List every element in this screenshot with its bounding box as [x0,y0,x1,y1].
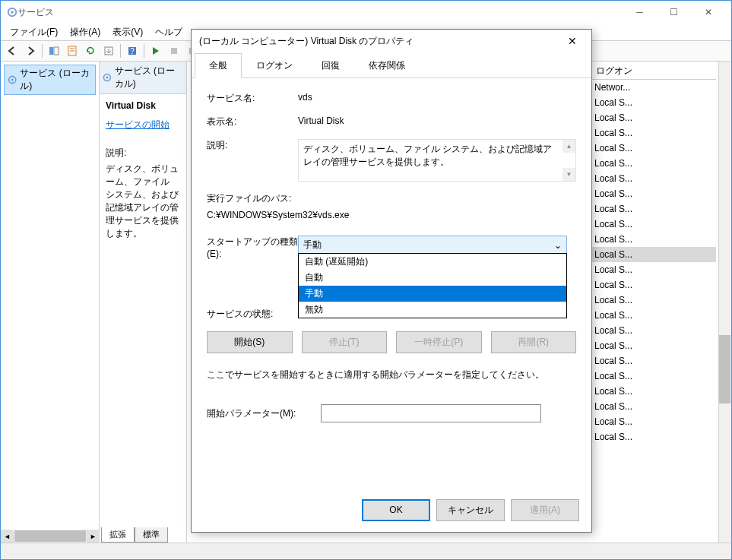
list-item[interactable]: Local S... [590,141,716,156]
scrollbar-thumb[interactable] [719,335,730,403]
list-item[interactable]: Local S... [590,247,716,262]
list-item[interactable]: Local S... [590,156,716,171]
tab-logon[interactable]: ログオン [242,53,307,78]
list-item[interactable]: Local S... [590,414,716,429]
services-icon [103,72,112,83]
statusbar [1,543,731,559]
list-item[interactable]: Local S... [590,277,716,293]
selected-service-name: Virtual Disk [106,100,180,111]
list-item[interactable]: Local S... [590,171,716,186]
list-item[interactable]: Local S... [590,293,716,308]
label-service-status: サービスの状態: [207,308,298,321]
list-item[interactable]: Networ... [590,80,716,95]
description-scrollbar[interactable]: ▲ ▼ [562,140,575,181]
label-startup-type: スタートアップの種類(E): [207,236,298,259]
titlebar: サービス ─ ☐ ✕ [1,1,731,24]
properties-dialog: (ローカル コンピューター) Virtual Disk のプロパティ ✕ 全般 … [191,29,592,533]
description-box: ディスク、ボリューム、ファイル システム、および記憶域アレイの管理サービスを提供… [298,139,576,182]
scroll-up-icon[interactable]: ▲ [562,140,575,153]
value-description: ディスク、ボリューム、ファイル システム、および記憶域アレイの管理サービスを提供… [303,143,571,169]
list-item[interactable]: Local S... [590,399,716,414]
tab-standard[interactable]: 標準 [135,527,168,543]
value-exe-path: C:¥WINDOWS¥System32¥vds.exe [207,210,576,220]
pause-button: 一時停止(P) [396,331,482,353]
label-exe-path: 実行ファイルのパス: [207,192,576,205]
detail-pane: サービス (ローカル) Virtual Disk サービスの開始 説明: ディス… [100,62,187,543]
services-icon [8,74,17,85]
list-item[interactable]: Local S... [590,232,716,247]
tab-general[interactable]: 全般 [195,53,242,78]
list-item[interactable]: Local S... [590,186,716,201]
properties-button[interactable] [64,43,81,59]
start-param-input[interactable] [321,404,541,422]
dropdown-option[interactable]: 無効 [299,302,566,318]
menu-view[interactable]: 表示(V) [106,24,149,40]
cancel-button[interactable]: キャンセル [436,499,505,521]
description-text: ディスク、ボリューム、ファイル システム、および記憶域アレイの管理サービスを提供… [106,163,180,240]
list-item[interactable]: Local S... [590,125,716,141]
dialog-title: (ローカル コンピューター) Virtual Disk のプロパティ [199,35,561,48]
column-header-logon[interactable]: ログオン [590,62,716,80]
detail-header: サービス (ローカル) [100,62,186,94]
menu-action[interactable]: 操作(A) [64,24,106,40]
label-start-param: 開始パラメーター(M): [207,407,321,420]
h-scrollbar-thumb[interactable] [14,530,86,542]
tab-dependencies[interactable]: 依存関係 [354,53,420,78]
scroll-right-button[interactable]: ► [87,530,100,543]
startup-type-select[interactable]: 手動 ⌄ [298,236,567,255]
list-item[interactable]: Local S... [590,369,716,384]
list-item[interactable]: Local S... [590,323,716,338]
service-list[interactable]: Networ...Local S...Local S...Local S...L… [590,80,716,543]
menu-help[interactable]: ヘルプ [149,24,189,40]
export-button[interactable] [100,43,117,59]
forward-button[interactable] [22,43,39,59]
svg-point-16 [106,77,108,79]
list-item[interactable]: Local S... [590,201,716,217]
list-item[interactable]: Local S... [590,217,716,232]
tab-extended[interactable]: 拡張 [101,527,135,543]
detail-header-label: サービス (ローカル) [115,65,183,90]
minimize-button[interactable]: ─ [623,2,657,23]
list-item[interactable]: Local S... [590,429,716,445]
svg-rect-10 [171,48,177,54]
refresh-button[interactable] [82,43,99,59]
ok-button[interactable]: OK [362,499,430,521]
value-display-name: Virtual Disk [298,115,576,126]
scroll-left-button[interactable]: ◄ [1,530,14,543]
start-service-link[interactable]: サービスの開始 [106,119,180,131]
vertical-scrollbar[interactable] [718,62,731,543]
dropdown-option[interactable]: 自動 (遅延開始) [299,254,566,270]
show-hide-tree-button[interactable] [46,43,62,59]
list-item[interactable]: Local S... [590,262,716,277]
list-item[interactable]: Local S... [590,338,716,353]
list-item[interactable]: Local S... [590,353,716,369]
stop-service-button[interactable] [166,43,182,59]
dropdown-option[interactable]: 手動 [299,286,566,302]
list-item[interactable]: Local S... [590,384,716,399]
help-button[interactable]: ? [124,43,141,59]
help-text: ここでサービスを開始するときに適用する開始パラメーターを指定してください。 [207,369,576,381]
dialog-tabs: 全般 ログオン 回復 依存関係 [192,52,591,78]
stop-button: 停止(T) [302,331,388,353]
start-service-button[interactable] [147,43,164,59]
svg-text:?: ? [130,47,135,55]
startup-type-dropdown[interactable]: 自動 (遅延開始)自動手動無効 [298,253,567,318]
horizontal-scrollbar[interactable]: ◄ ► [1,530,100,543]
start-button[interactable]: 開始(S) [207,331,293,353]
dialog-titlebar[interactable]: (ローカル コンピューター) Virtual Disk のプロパティ ✕ [192,30,591,52]
menu-file[interactable]: ファイル(F) [4,24,64,40]
list-item[interactable]: Local S... [590,110,716,125]
tree-root[interactable]: サービス (ローカル) [4,65,96,95]
value-service-name: vds [298,92,576,103]
resume-button: 再開(R) [491,331,577,353]
scroll-down-icon[interactable]: ▼ [562,168,575,181]
tab-recovery[interactable]: 回復 [307,53,354,78]
maximize-button[interactable]: ☐ [657,2,691,23]
dialog-close-button[interactable]: ✕ [561,35,584,47]
back-button[interactable] [4,43,21,59]
list-item[interactable]: Local S... [590,308,716,323]
dropdown-option[interactable]: 自動 [299,270,566,286]
svg-rect-3 [54,47,59,55]
close-button[interactable]: ✕ [691,2,725,23]
list-item[interactable]: Local S... [590,95,716,110]
